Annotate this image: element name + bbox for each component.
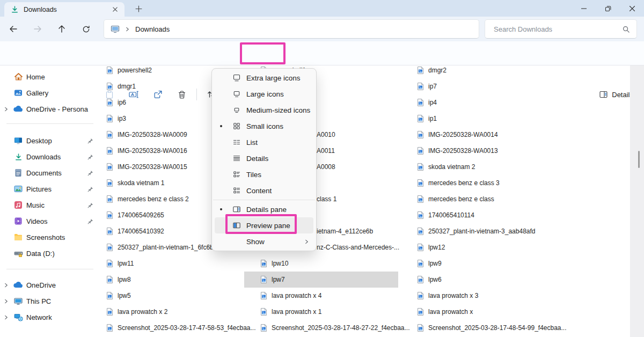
file-item[interactable]: skoda vietnam 2	[411, 159, 588, 175]
selected-bullet-icon	[218, 125, 232, 127]
menu-item-details[interactable]: Details	[212, 150, 316, 166]
close-button[interactable]	[620, 0, 644, 17]
file-item[interactable]: IMG-20250328-WA0013	[411, 143, 588, 159]
window-controls	[572, 0, 644, 17]
sidebar-item-downloads[interactable]: Downloads	[0, 149, 100, 165]
sidebar-item-network[interactable]: Network	[0, 309, 100, 325]
sidebar-item-gallery[interactable]: Gallery	[0, 85, 100, 101]
menu-item-tiles[interactable]: Tiles	[212, 166, 316, 182]
menu-item-medium-sized-icons[interactable]: Medium-sized icons	[212, 102, 316, 118]
sidebar-item-screenshots[interactable]: Screenshots	[0, 229, 100, 245]
chevron-right-icon[interactable]	[0, 283, 12, 288]
sidebar-item-this-pc[interactable]: This PC	[0, 293, 100, 309]
file-item[interactable]: IMG-20250328-WA0014	[411, 127, 588, 143]
up-button[interactable]	[53, 20, 71, 38]
file-item[interactable]: lpw9	[411, 255, 588, 272]
file-item-fragment[interactable]: A0008	[317, 159, 335, 175]
address-bar[interactable]: Downloads	[104, 19, 479, 39]
sidebar-item-label: Music	[26, 201, 45, 209]
file-item[interactable]: lava prowatch x 4	[244, 288, 398, 304]
file-name: IMG-20250328-WA0013	[428, 147, 498, 155]
sidebar-item-onedrive[interactable]: OneDrive	[0, 277, 100, 293]
menu-item-show[interactable]: Show	[212, 233, 316, 250]
chevron-right-icon[interactable]	[0, 315, 12, 320]
sidebar-item-music[interactable]: Music	[0, 197, 100, 213]
file-item[interactable]: 250327_plant-in-vietnam-3_aab48afd	[411, 223, 588, 239]
breadcrumb[interactable]: Downloads	[135, 25, 170, 33]
chevron-right-icon[interactable]	[0, 107, 12, 112]
extra-large-icons-icon	[232, 74, 241, 82]
menu-item-extra-large-icons[interactable]: Extra large icons	[212, 70, 316, 86]
menu-item-content[interactable]: Content	[212, 182, 316, 199]
documents-icon	[12, 169, 25, 177]
back-button[interactable]	[4, 20, 23, 38]
file-item-fragment[interactable]: A0010	[317, 127, 335, 143]
file-image-icon	[417, 179, 424, 187]
new-tab-button[interactable]	[132, 4, 145, 13]
file-item[interactable]: lpw11	[102, 255, 244, 272]
file-item[interactable]: 1740065410114	[411, 207, 588, 223]
restore-button[interactable]	[596, 0, 620, 17]
menu-item-large-icons[interactable]: Large icons	[212, 86, 316, 102]
file-image-icon	[417, 195, 424, 203]
file-name: lava prowatch x 4	[272, 292, 321, 299]
file-item[interactable]: mercedes benz e class 3	[411, 175, 588, 191]
search-icon[interactable]	[622, 25, 630, 33]
file-item[interactable]: lpw12	[411, 239, 588, 255]
file-item[interactable]: Screenshot_2025-03-28-17-48-54-99_f4ecba…	[411, 320, 588, 336]
sidebar-item-desktop[interactable]: Desktop	[0, 133, 100, 149]
file-item-fragment[interactable]: A0011	[317, 143, 335, 159]
chevron-right-icon[interactable]	[0, 299, 12, 304]
file-item[interactable]: ip7	[411, 78, 588, 94]
file-image-icon	[417, 130, 424, 139]
home-icon	[12, 72, 25, 81]
vertical-scrollbar-track[interactable]	[630, 65, 644, 337]
sidebar-item-videos[interactable]: Videos	[0, 213, 100, 229]
file-item[interactable]: lava prowatch x 2	[102, 304, 244, 320]
file-list-column-3: dmgr2ip7ip4ip1IMG-20250328-WA0014IMG-202…	[411, 62, 588, 336]
chevron-right-icon	[304, 239, 309, 244]
file-item-fragment[interactable]: class 1	[317, 191, 336, 207]
chevron-right-icon[interactable]	[125, 27, 130, 32]
forward-button[interactable]	[28, 20, 47, 38]
file-item[interactable]: dmgr2	[411, 62, 588, 78]
file-item[interactable]: lpw6	[411, 272, 588, 288]
file-item[interactable]: Screenshot_2025-03-28-17-47-58-53_f4ecba…	[102, 320, 244, 336]
refresh-button[interactable]	[77, 20, 95, 38]
file-name: 1740065410392	[118, 228, 164, 235]
file-item[interactable]: lpw7	[244, 272, 398, 288]
search-input[interactable]: Search Downloads	[485, 19, 637, 39]
sidebar-item-data-d[interactable]: Data (D:)	[0, 245, 100, 261]
file-item[interactable]: lava prowatch x	[411, 304, 588, 320]
file-item[interactable]: ip4	[411, 94, 588, 111]
sidebar-item-label: OneDrive - Persona	[26, 105, 88, 113]
file-item[interactable]: mercedes benz e class	[411, 191, 588, 207]
file-explorer-window: Downloads Downloads Search Downloads New	[0, 0, 644, 337]
menu-divider	[213, 200, 315, 200]
file-name: lpw12	[428, 244, 445, 251]
file-item-fragment[interactable]: ietnam-4_e112ce6b	[317, 223, 373, 239]
explorer-tab[interactable]: Downloads	[4, 2, 125, 17]
file-item[interactable]: lpw10	[244, 255, 398, 272]
file-item[interactable]: lava prowatch x 3	[411, 288, 588, 304]
sidebar-item-pictures[interactable]: Pictures	[0, 181, 100, 197]
file-item[interactable]: lpw8	[102, 272, 244, 288]
tab-strip: Downloads	[0, 0, 644, 17]
file-image-icon	[417, 307, 424, 316]
menu-item-list[interactable]: List	[212, 134, 316, 150]
file-item[interactable]: lpw5	[102, 288, 244, 304]
file-item[interactable]: lava prowatch x 1	[244, 304, 398, 320]
sidebar-item-onedrive-persona[interactable]: OneDrive - Persona	[0, 101, 100, 117]
sidebar-item-home[interactable]: Home	[0, 69, 100, 85]
minimize-button[interactable]	[572, 0, 596, 17]
tab-close-icon[interactable]	[109, 4, 120, 15]
pin-icon	[87, 170, 93, 176]
file-item-fragment[interactable]: nz-C-Class-and-Mercedes-...	[317, 239, 399, 255]
file-item[interactable]: Screenshot_2025-03-28-17-48-27-22_f4ecba…	[244, 320, 398, 336]
this-pc-monitor-icon	[111, 25, 120, 33]
menu-item-small-icons[interactable]: Small icons	[212, 118, 316, 134]
file-image-icon	[260, 307, 267, 316]
vertical-scrollbar-thumb[interactable]	[638, 151, 640, 168]
sidebar-item-documents[interactable]: Documents	[0, 165, 100, 181]
file-item[interactable]: ip1	[411, 111, 588, 127]
